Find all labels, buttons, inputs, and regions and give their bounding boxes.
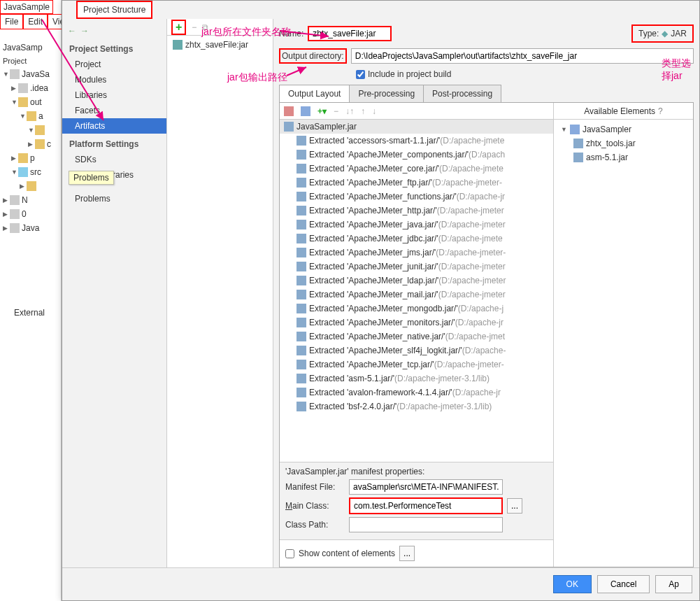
- nav-sdks[interactable]: SDKs: [62, 152, 166, 167]
- apply-button[interactable]: Ap: [655, 575, 692, 593]
- tab-output-layout[interactable]: Output Layout: [279, 85, 350, 102]
- new-folder-icon[interactable]: [284, 106, 294, 116]
- tab-post-processing[interactable]: Post-processing: [423, 85, 501, 102]
- tree-node[interactable]: ▶.idea: [0, 81, 62, 95]
- name-input[interactable]: [308, 26, 392, 41]
- tree-node[interactable]: ▶0: [0, 207, 62, 221]
- tree-node[interactable]: ▼a: [0, 109, 62, 123]
- tab-pre-processing[interactable]: Pre-processing: [349, 85, 424, 102]
- extracted-item[interactable]: Extracted 'ApacheJMeter_components.jar/'…: [280, 148, 553, 162]
- avail-item[interactable]: asm-5.1.jar: [557, 150, 690, 164]
- nav-problems[interactable]: Problems: [62, 191, 166, 206]
- extracted-icon: [297, 248, 306, 257]
- tree-root-label: JavaSampler.jar: [297, 122, 357, 132]
- extracted-icon: [297, 318, 306, 327]
- module-icon: [570, 125, 580, 134]
- extracted-icon: [297, 206, 306, 215]
- show-content-more[interactable]: ...: [399, 546, 415, 561]
- project-tab[interactable]: Project: [0, 55, 29, 67]
- add-artifact-button[interactable]: +: [171, 20, 186, 35]
- extracted-item[interactable]: Extracted 'ApacheJMeter_functions.jar/' …: [280, 190, 553, 204]
- extracted-icon: [297, 150, 306, 160]
- tree-root[interactable]: JavaSampler.jar: [280, 120, 553, 134]
- up-icon[interactable]: ↑: [361, 106, 365, 116]
- extracted-icon: [297, 178, 306, 188]
- new-file-icon[interactable]: [301, 106, 310, 116]
- extracted-item[interactable]: Extracted 'ApacheJMeter_slf4j_logkit.jar…: [280, 344, 553, 358]
- down-icon[interactable]: ↓: [372, 106, 376, 116]
- annotation: jar包所在文件夹名称: [201, 26, 291, 38]
- ok-button[interactable]: OK: [553, 575, 592, 593]
- tree-node[interactable]: ▶: [0, 179, 62, 193]
- extracted-icon: [297, 290, 306, 299]
- cancel-button[interactable]: Cancel: [597, 575, 650, 593]
- extracted-icon: [297, 262, 306, 271]
- output-tree[interactable]: JavaSampler.jar Extracted 'accessors-sma…: [280, 120, 553, 462]
- avail-item[interactable]: zhtx_tools.jar: [557, 136, 690, 150]
- sort-icon[interactable]: ↓↑: [345, 106, 354, 116]
- outdir-input[interactable]: [351, 48, 694, 64]
- extracted-item[interactable]: Extracted 'avalon-framework-4.1.4.jar/' …: [280, 386, 553, 400]
- extracted-item[interactable]: Extracted 'ApacheJMeter_jms.jar/' (D:/ap…: [280, 246, 553, 260]
- manifest-panel: 'JavaSampler.jar' manifest properties: M…: [280, 462, 553, 539]
- menu-file[interactable]: File: [0, 14, 23, 29]
- nav-project[interactable]: Project: [62, 57, 166, 72]
- extracted-item[interactable]: Extracted 'ApacheJMeter_ldap.jar/' (D:/a…: [280, 274, 553, 288]
- extracted-item[interactable]: Extracted 'accessors-smart-1.1.jar/' (D:…: [280, 134, 553, 148]
- manifest-file-input[interactable]: [349, 479, 503, 495]
- tree-node[interactable]: ▼out: [0, 95, 62, 109]
- add-copy-icon[interactable]: +▾: [317, 106, 327, 116]
- project-tree[interactable]: ▼JavaSa▶.idea▼out▼a▼▶c▶p▼src▶▶N▶0▶Java: [0, 67, 62, 235]
- extracted-item[interactable]: Extracted 'asm-5.1.jar/' (D:/apache-jmet…: [280, 372, 553, 386]
- menu-edit[interactable]: Edit: [23, 14, 48, 29]
- jar-type-icon: ◆: [662, 29, 668, 38]
- tree-node[interactable]: ▶p: [0, 151, 62, 165]
- browse-main-class-button[interactable]: ...: [507, 498, 522, 514]
- extracted-item[interactable]: Extracted 'ApacheJMeter_ftp.jar/' (D:/ap…: [280, 176, 553, 190]
- extracted-item[interactable]: Extracted 'ApacheJMeter_junit.jar/' (D:/…: [280, 260, 553, 274]
- help-icon[interactable]: ?: [658, 106, 663, 116]
- nav-libraries[interactable]: Libraries: [62, 87, 166, 103]
- extracted-icon: [297, 220, 306, 229]
- library-icon: [573, 139, 583, 148]
- nav-facets[interactable]: Facets: [62, 103, 166, 118]
- avail-item-label: zhtx_tools.jar: [586, 139, 636, 148]
- main-class-input[interactable]: [349, 497, 503, 514]
- available-tree[interactable]: ▼ JavaSampler zhtx_tools.jar asm-5.1.jar: [554, 120, 693, 167]
- nav-modules[interactable]: Modules: [62, 72, 166, 87]
- extracted-icon: [297, 332, 306, 341]
- extracted-item[interactable]: Extracted 'ApacheJMeter_http.jar/' (D:/a…: [280, 204, 553, 218]
- tree-node[interactable]: ▼src: [0, 165, 62, 179]
- class-path-input[interactable]: [349, 517, 503, 532]
- forward-icon[interactable]: →: [80, 26, 89, 36]
- extracted-item[interactable]: Extracted 'ApacheJMeter_monitors.jar/' (…: [280, 316, 553, 330]
- library-icon: [573, 153, 583, 162]
- extracted-item[interactable]: Extracted 'bsf-2.4.0.jar/' (D:/apache-jm…: [280, 400, 553, 413]
- extracted-item[interactable]: Extracted 'ApacheJMeter_jdbc.jar/' (D:/a…: [280, 232, 553, 246]
- extracted-item[interactable]: Extracted 'ApacheJMeter_mongodb.jar/' (D…: [280, 302, 553, 316]
- type-value: JAR: [671, 29, 687, 38]
- nav-platform-settings: Platform Settings: [62, 134, 166, 152]
- tree-node[interactable]: ▶N: [0, 193, 62, 207]
- show-content-checkbox[interactable]: [285, 549, 294, 558]
- tree-node[interactable]: ▶Java: [0, 221, 62, 235]
- remove-icon[interactable]: −: [334, 106, 338, 116]
- tree-node[interactable]: ▼JavaSa: [0, 67, 62, 81]
- extracted-item[interactable]: Extracted 'ApacheJMeter_tcp.jar/' (D:/ap…: [280, 358, 553, 372]
- extracted-item[interactable]: Extracted 'ApacheJMeter_core.jar/' (D:/a…: [280, 162, 553, 176]
- avail-root[interactable]: ▼ JavaSampler: [557, 122, 690, 136]
- tree-node[interactable]: ▼: [0, 123, 62, 137]
- extracted-icon: [297, 388, 306, 397]
- external-libraries[interactable]: External: [0, 308, 45, 318]
- back-icon[interactable]: ←: [68, 26, 76, 36]
- ide-window-title: JavaSample: [0, 0, 53, 14]
- remove-artifact-button[interactable]: −: [192, 22, 197, 32]
- nav-artifacts[interactable]: Artifacts: [62, 118, 166, 134]
- extracted-item[interactable]: Extracted 'ApacheJMeter_mail.jar/' (D:/a…: [280, 288, 553, 302]
- include-build-checkbox[interactable]: [356, 70, 365, 79]
- extracted-item[interactable]: Extracted 'ApacheJMeter_native.jar/' (D:…: [280, 330, 553, 344]
- tree-node[interactable]: ▶c: [0, 137, 62, 151]
- manifest-file-label: Manifest File:: [285, 482, 345, 492]
- outdir-label: Output directory:: [279, 48, 347, 64]
- extracted-item[interactable]: Extracted 'ApacheJMeter_java.jar/' (D:/a…: [280, 218, 553, 232]
